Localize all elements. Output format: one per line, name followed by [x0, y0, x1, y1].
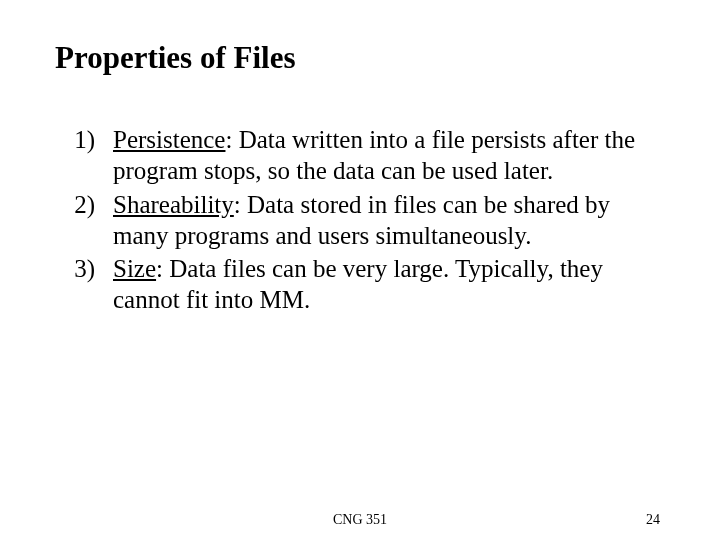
footer-page-number: 24	[646, 512, 660, 528]
content-list: 1) Persistence: Data written into a file…	[55, 124, 665, 316]
list-item: 2) Shareability: Data stored in files ca…	[55, 189, 665, 252]
list-text: Size: Data files can be very large. Typi…	[113, 253, 665, 316]
list-number: 2)	[55, 189, 113, 252]
description: : Data files can be very large. Typicall…	[113, 255, 603, 313]
list-number: 3)	[55, 253, 113, 316]
footer-course: CNG 351	[333, 512, 387, 528]
list-text: Persistence: Data written into a file pe…	[113, 124, 665, 187]
list-number: 1)	[55, 124, 113, 187]
slide-title: Properties of Files	[55, 40, 665, 76]
term: Shareability	[113, 191, 234, 218]
term: Size	[113, 255, 156, 282]
term: Persistence	[113, 126, 225, 153]
list-text: Shareability: Data stored in files can b…	[113, 189, 665, 252]
list-item: 1) Persistence: Data written into a file…	[55, 124, 665, 187]
list-item: 3) Size: Data files can be very large. T…	[55, 253, 665, 316]
